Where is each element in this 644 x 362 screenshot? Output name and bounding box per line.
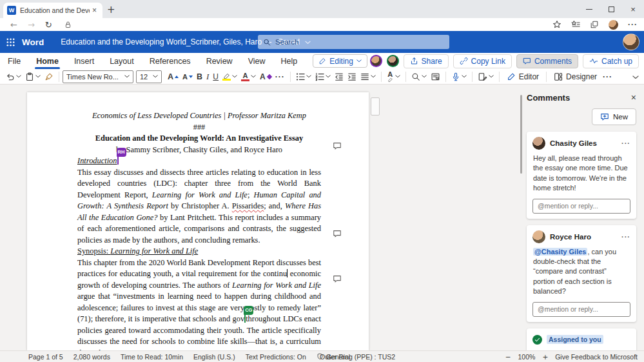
browser-tab[interactable]: W Education and the Developing W × bbox=[3, 3, 102, 18]
comments-button[interactable]: Comments bbox=[516, 54, 578, 68]
font-size-select[interactable]: 12 bbox=[136, 70, 162, 83]
margin-comment-icon[interactable] bbox=[333, 274, 342, 283]
editing-mode-button[interactable]: Editing bbox=[313, 54, 367, 68]
margin-comment-icon[interactable] bbox=[333, 229, 342, 238]
comment-card[interactable]: Assigned to you Chasity Giles @Sammy, I … bbox=[527, 328, 636, 350]
alignment-button[interactable] bbox=[358, 70, 378, 83]
bold-button[interactable]: B bbox=[195, 70, 204, 83]
tab-home[interactable]: Home bbox=[28, 53, 66, 69]
browser-menu-button[interactable]: ··· bbox=[628, 20, 638, 29]
refresh-button[interactable]: ↻ bbox=[45, 20, 52, 30]
feedback-link[interactable]: Give Feedback to Microsoft bbox=[555, 353, 638, 361]
editor-button[interactable]: Editor bbox=[503, 72, 543, 81]
avatar-chasity bbox=[532, 137, 545, 150]
chevron-down-icon bbox=[489, 75, 494, 78]
highlight-button[interactable] bbox=[220, 70, 239, 83]
tab-layout[interactable]: Layout bbox=[102, 53, 142, 69]
sparkle-icon bbox=[266, 74, 271, 79]
font-color-button[interactable]: A bbox=[239, 70, 258, 83]
reply-input[interactable] bbox=[532, 302, 630, 317]
tab-close-button[interactable]: × bbox=[92, 6, 97, 15]
decrease-indent-button[interactable] bbox=[333, 70, 346, 83]
zoom-out-button[interactable]: − bbox=[505, 353, 511, 361]
pencil-icon bbox=[318, 57, 326, 65]
presence-avatar-chasity[interactable] bbox=[387, 55, 399, 67]
intro-paragraph[interactable]: This essay discusses and dissects three … bbox=[77, 167, 321, 246]
highlight-color-bar bbox=[222, 79, 231, 81]
zoom-level[interactable]: 100% bbox=[518, 353, 536, 361]
comment-card[interactable]: Chasity Giles ··· Hey all, please read t… bbox=[527, 132, 636, 219]
increase-indent-button[interactable] bbox=[346, 70, 358, 83]
search-input[interactable] bbox=[275, 38, 444, 46]
tab-file[interactable]: File bbox=[0, 53, 28, 69]
close-comments-button[interactable]: × bbox=[631, 92, 636, 103]
new-tab-button[interactable]: + bbox=[107, 4, 115, 15]
tab-insert[interactable]: Insert bbox=[66, 53, 102, 69]
address-bar[interactable] bbox=[64, 21, 72, 29]
immersive-reader-button[interactable] bbox=[429, 70, 442, 83]
window-maximize-button[interactable] bbox=[600, 0, 622, 18]
grow-font-button[interactable]: A bbox=[166, 70, 181, 83]
catch-up-button[interactable]: Catch up bbox=[583, 54, 639, 68]
status-page[interactable]: Page 1 of 5 bbox=[28, 353, 63, 361]
document-page[interactable]: Economics of Less Developed Countries | … bbox=[27, 92, 369, 350]
format-painter-button[interactable] bbox=[43, 70, 55, 83]
underline-button[interactable]: U bbox=[211, 70, 220, 83]
numbering-button[interactable] bbox=[313, 70, 333, 83]
forward-button[interactable]: → bbox=[28, 20, 35, 30]
margin-comment-icon[interactable] bbox=[333, 141, 342, 150]
header-profile-avatar[interactable] bbox=[623, 34, 639, 50]
status-language[interactable]: English (U.S.) bbox=[193, 353, 235, 361]
shrink-arrow-icon bbox=[189, 75, 193, 78]
back-button[interactable]: ← bbox=[10, 20, 17, 30]
text-effects-button[interactable]: A bbox=[258, 70, 273, 83]
tab-references[interactable]: References bbox=[142, 53, 199, 69]
new-comment-button[interactable]: New bbox=[592, 108, 636, 125]
find-button[interactable] bbox=[409, 70, 429, 83]
styles-button[interactable]: A bbox=[385, 70, 402, 83]
collections-icon[interactable] bbox=[590, 20, 599, 29]
status-words[interactable]: 2,080 words bbox=[73, 353, 110, 361]
zoom-in-button[interactable]: + bbox=[542, 353, 548, 361]
tab-view[interactable]: View bbox=[240, 53, 273, 69]
status-predictions[interactable]: Text Predictions: On bbox=[246, 353, 306, 361]
mention-chip[interactable]: @Chasity Giles bbox=[533, 248, 587, 256]
window-close-button[interactable]: × bbox=[622, 0, 644, 18]
comment-card[interactable]: Royce Haro ··· @Chasity Giles, can you d… bbox=[527, 225, 636, 322]
status-read-time: Time to Read: 10min bbox=[121, 353, 183, 361]
italic-button[interactable]: I bbox=[204, 70, 211, 83]
ink-editor-button[interactable] bbox=[476, 70, 496, 83]
share-button[interactable]: Share bbox=[404, 54, 449, 68]
undo-button[interactable] bbox=[4, 70, 23, 83]
tab-help[interactable]: Help bbox=[273, 53, 306, 69]
shrink-font-button[interactable]: A bbox=[181, 70, 195, 83]
comment-menu-button[interactable]: ··· bbox=[621, 139, 630, 147]
new-comment-icon bbox=[600, 112, 609, 121]
document-scrollbar-thumb[interactable] bbox=[371, 97, 380, 116]
dictate-button[interactable] bbox=[449, 70, 469, 83]
presence-avatar-royce[interactable] bbox=[370, 55, 382, 67]
designer-button[interactable]: Designer bbox=[550, 72, 601, 81]
collab-cursor-chasity: CG bbox=[244, 314, 246, 323]
reply-input[interactable] bbox=[532, 199, 630, 214]
copy-link-button[interactable]: Copy Link bbox=[453, 54, 512, 68]
chevron-down-icon bbox=[251, 75, 256, 78]
bullets-button[interactable] bbox=[294, 70, 313, 83]
app-launcher-icon[interactable] bbox=[6, 37, 15, 47]
synopsis-paragraph[interactable]: This chapter from the 2020 World Bank De… bbox=[77, 257, 321, 351]
collapse-ribbon-button[interactable] bbox=[632, 72, 639, 81]
tab-review[interactable]: Review bbox=[199, 53, 240, 69]
font-overflow-button[interactable]: ··· bbox=[273, 70, 287, 83]
browser-profile-avatar[interactable] bbox=[609, 20, 618, 30]
home-ribbon-toolbar: Times New Ro... 12 A A B I U A A ··· bbox=[0, 69, 644, 85]
toolbar-overflow-button[interactable]: ··· bbox=[601, 70, 614, 83]
window-minimize-button[interactable] bbox=[578, 0, 600, 18]
app-name[interactable]: Word bbox=[22, 37, 44, 47]
favorite-star-icon[interactable] bbox=[552, 20, 561, 29]
word-app-header: Word Education and the Developing World_… bbox=[0, 31, 644, 53]
favorites-list-icon[interactable] bbox=[571, 20, 580, 29]
header-search[interactable] bbox=[258, 35, 449, 49]
paste-button[interactable] bbox=[23, 70, 43, 83]
comment-menu-button[interactable]: ··· bbox=[621, 233, 630, 241]
font-name-select[interactable]: Times New Ro... bbox=[63, 70, 133, 83]
